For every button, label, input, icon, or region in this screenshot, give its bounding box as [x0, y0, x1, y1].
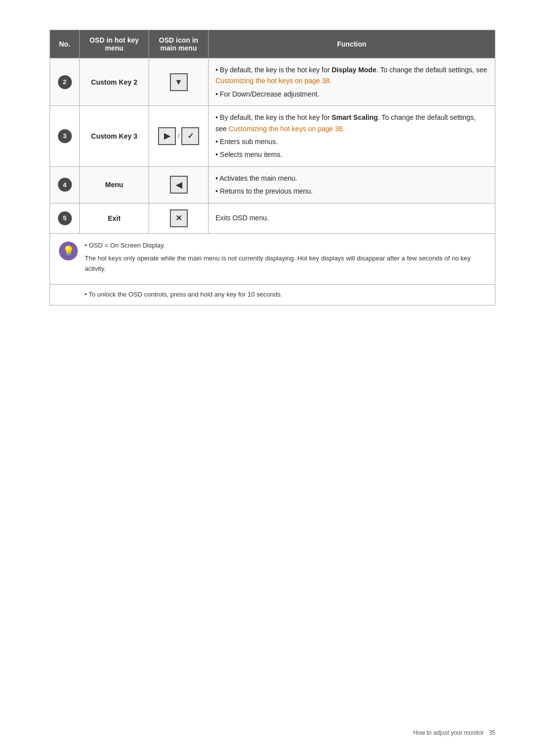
row-2-osd-label: Custom Key 2 — [91, 78, 137, 86]
play-check-icon-pair: ▶ / ✓ — [158, 127, 200, 145]
row-5-osd: Exit — [80, 203, 149, 233]
play-icon: ▶ — [158, 127, 176, 145]
header-osd-hotkey: OSD in hot key menu — [80, 30, 149, 58]
function-text: • By default, the key is the hot key for… — [215, 112, 488, 134]
row-3-icon: ▶ / ✓ — [149, 106, 209, 167]
row-3-osd-label: Custom Key 3 — [91, 132, 137, 140]
down-arrow-icon: ▼ — [170, 73, 188, 91]
row-5-icon: ✕ — [149, 203, 209, 233]
osd-definition: • OSD = On Screen Display. — [85, 241, 486, 251]
unlock-note: • To unlock the OSD controls, press and … — [50, 285, 495, 305]
row-5-no: 5 — [50, 203, 80, 233]
row-3-osd: Custom Key 3 — [80, 106, 149, 167]
page-content: No. OSD in hot key menu OSD icon in main… — [0, 0, 535, 335]
table-row: 5 Exit ✕ Exits OSD menu. — [50, 203, 495, 233]
row-4-osd-label: Menu — [105, 181, 123, 189]
row-5-osd-label: Exit — [108, 214, 121, 222]
row-2-no: 2 — [50, 58, 80, 106]
table-row: 4 Menu ◀ • Activates the main menu. • Re… — [50, 166, 495, 203]
circle-badge-5: 5 — [58, 211, 72, 225]
check-icon: ✓ — [181, 127, 199, 145]
row-4-icon: ◀ — [149, 166, 209, 203]
function-text: • Returns to the previous menu. — [215, 186, 488, 197]
hotkey-note: The hot keys only operate while the main… — [85, 253, 486, 274]
unlock-note-text: • To unlock the OSD controls, press and … — [85, 291, 282, 298]
footer-label: How to adjust your monitor — [413, 729, 484, 736]
function-text: • By default, the key is the hot key for… — [215, 64, 488, 87]
row-3-function: • By default, the key is the hot key for… — [209, 106, 495, 167]
footer-page: 35 — [489, 729, 495, 736]
header-function: Function — [209, 30, 495, 58]
row-3-no: 3 — [50, 106, 80, 167]
main-table: No. OSD in hot key menu OSD icon in main… — [50, 30, 495, 234]
row-4-osd: Menu — [80, 166, 149, 203]
note-section: 💡 • OSD = On Screen Display. The hot key… — [50, 234, 495, 285]
info-icon: 💡 — [62, 246, 75, 256]
page-footer: How to adjust your monitor 35 — [413, 729, 495, 736]
function-text: • Selects menu items. — [215, 149, 488, 160]
function-text: Exits OSD menu. — [215, 212, 488, 223]
row-5-function: Exits OSD menu. — [209, 203, 495, 233]
link-customizing-2: Customizing the hot keys on page 38. — [228, 125, 344, 133]
table-row: 3 Custom Key 3 ▶ / ✓ • By default, the k… — [50, 106, 495, 167]
function-text: • For Down/Decrease adjustment. — [215, 89, 488, 100]
header-no: No. — [50, 30, 80, 58]
row-4-function: • Activates the main menu. • Returns to … — [209, 166, 495, 203]
circle-badge-2: 2 — [58, 75, 72, 89]
link-customizing-1: Customizing the hot keys on page 38. — [215, 77, 331, 85]
function-text: • Activates the main menu. — [215, 173, 488, 184]
note-icon: 💡 — [59, 242, 78, 260]
header-osd-icon: OSD icon in main menu — [149, 30, 209, 58]
row-2-icon: ▼ — [149, 58, 209, 106]
row-2-function: • By default, the key is the hot key for… — [209, 58, 495, 106]
function-text: • Enters sub menus. — [215, 136, 488, 147]
x-mark-icon: ✕ — [170, 209, 188, 227]
left-arrow-icon: ◀ — [170, 176, 188, 194]
table-row: 2 Custom Key 2 ▼ • By default, the key i… — [50, 58, 495, 106]
circle-badge-4: 4 — [58, 178, 72, 192]
row-2-osd: Custom Key 2 — [80, 58, 149, 106]
note-text-block: • OSD = On Screen Display. The hot keys … — [85, 241, 486, 277]
circle-badge-3: 3 — [58, 129, 72, 143]
row-4-no: 4 — [50, 166, 80, 203]
